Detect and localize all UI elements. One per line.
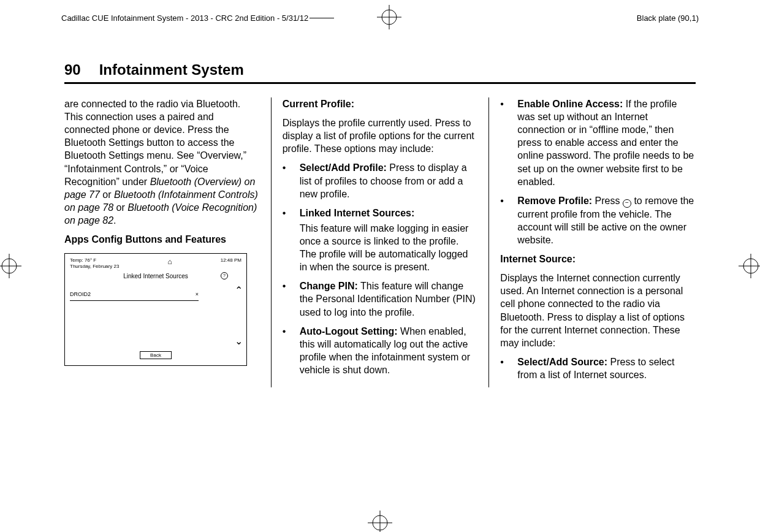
crop-mark-bottom [368,511,392,532]
bullet-linked-internet-sources: Linked Internet Sources: This feature wi… [283,207,478,274]
bullet-text: This feature will make logging in easier… [300,222,478,273]
current-profile-desc: Displays the profile currently used. Pre… [283,116,478,155]
crop-mark-right [739,254,760,278]
col1-para: are connected to the radio via Bluetooth… [64,97,260,227]
bullet-title: Remove Profile: [517,196,592,206]
running-head: 90 Infotainment System [64,61,696,78]
section-title: Infotainment System [99,61,244,78]
column-3: Enable Online Access: If the profile was… [489,97,696,387]
minus-circle-icon: − [623,199,631,208]
print-header: Cadillac CUE Infotainment System - 2013 … [61,13,699,23]
linked-internet-sources-screenshot: Temp: 76° F Thursday, February 23 ⌂ 12:4… [64,253,247,366]
internet-source-desc: Displays the Internet connection current… [500,272,696,349]
bullet-remove-profile: Remove Profile: Press − to remove the cu… [500,194,696,246]
close-icon: × [196,291,199,298]
bullet-auto-logout: Auto-Logout Setting: When enabled, this … [283,325,478,376]
column-2: Current Profile: Displays the profile cu… [271,97,490,387]
mock-title: Linked Internet Sources [123,273,188,280]
mock-date: Thursday, February 23 [70,264,119,270]
bullet-select-add-profile: Select/Add Profile: Press to display a l… [283,161,478,200]
bullet-change-pin: Change PIN: This feature will change the… [283,279,478,318]
bullet-text: Press [592,196,623,206]
bullet-select-add-source: Select/Add Source: Press to select from … [500,355,696,381]
back-button: Back [140,351,172,360]
home-icon: ⌂ [167,257,172,266]
chevron-up-icon: ⌃ [235,284,243,296]
bullet-enable-online-access: Enable Online Access: If the profile was… [500,97,696,188]
bullet-text: If the profile was set up without an Int… [517,99,694,187]
divider [64,82,696,84]
chevron-down-icon: ⌄ [235,335,243,347]
bullet-title: Select/Add Profile: [300,162,387,173]
page-body: 90 Infotainment System are connected to … [64,61,696,495]
page-number: 90 [64,61,81,78]
plate-info: Black plate (90,1) [637,13,699,23]
current-profile-heading: Current Profile: [283,97,478,110]
bullet-title: Select/Add Source: [517,357,607,367]
internet-source-heading: Internet Source: [500,253,696,265]
mock-temp: Temp: 76° F [70,257,119,264]
text: . [113,215,116,226]
apps-config-heading: Apps Config Buttons and Features [64,233,260,246]
text: or [113,202,127,213]
column-1: are connected to the radio via Bluetooth… [64,97,271,387]
header-rule [310,18,334,18]
doc-info: Cadillac CUE Infotainment System - 2013 … [61,13,308,23]
mock-time: 12:48 PM [221,257,241,264]
mock-row-label: DROID2 [70,291,91,298]
text: or [100,189,114,200]
crop-mark-left [0,254,21,278]
bullet-title: Change PIN: [300,281,358,291]
bullet-title: Linked Internet Sources: [300,208,415,218]
text: are connected to the radio via Bluetooth… [64,99,246,187]
bullet-title: Auto-Logout Setting: [300,326,398,336]
bullet-title: Enable Online Access: [517,99,623,109]
